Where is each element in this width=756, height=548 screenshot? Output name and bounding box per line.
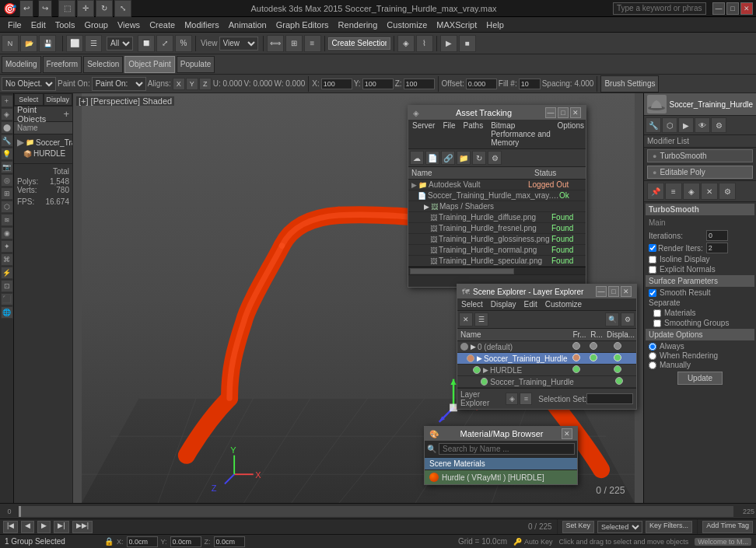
scale-icon[interactable]: ⤡ (114, 0, 131, 17)
ls-icon-4[interactable]: 🔧 (1, 134, 13, 147)
rp-icon-motion[interactable]: ▶ (678, 117, 694, 133)
close-btn[interactable]: ✕ (740, 2, 753, 15)
tab-selection[interactable]: Selection (83, 56, 123, 73)
tab-populate[interactable]: Populate (177, 56, 215, 73)
ls-icon-11[interactable]: ◉ (1, 227, 13, 239)
filter-btn[interactable]: ☰ (85, 35, 102, 52)
snap-toggle[interactable]: 🔲 (138, 35, 155, 52)
stop-btn[interactable]: ■ (459, 35, 476, 52)
mat-panel-titlebar[interactable]: 🎨 Material/Map Browser ✕ (425, 427, 577, 441)
rp-remove-btn[interactable]: ✕ (701, 183, 718, 200)
rp-icon-display[interactable]: 👁 (695, 117, 710, 133)
filter-select[interactable]: All (107, 37, 133, 51)
modifier-editable-poly[interactable]: ● Editable Poly (647, 166, 753, 179)
mat-close-btn[interactable]: ✕ (562, 428, 572, 439)
scene-minimize-btn[interactable]: — (596, 286, 607, 297)
offset-input[interactable] (466, 79, 497, 89)
coord-y-input[interactable] (170, 536, 201, 547)
menu-graph-editors[interactable]: Graph Editors (271, 20, 334, 30)
se-row-default[interactable]: ▶ 0 (default) (457, 341, 636, 353)
percent-snap[interactable]: % (175, 35, 192, 52)
scene-maximize-btn[interactable]: □ (608, 286, 619, 297)
asset-menu-file[interactable]: File (439, 120, 459, 148)
rp-unique-btn[interactable]: ◈ (683, 183, 700, 200)
ts-update-btn[interactable]: Update (677, 372, 723, 385)
play-btn[interactable]: ▶ (37, 521, 51, 533)
asset-menu-bitmap[interactable]: Bitmap Performance and Memory (487, 120, 555, 148)
ls-icon-15[interactable]: ⊡ (1, 280, 13, 292)
ls-icon-6[interactable]: 📷 (1, 161, 13, 173)
se-btn-3[interactable]: 🔍 (605, 312, 619, 326)
mat-item[interactable]: Hurdle ( VRayMtl ) [HURDLE] (425, 470, 577, 484)
menu-help[interactable]: Help (481, 20, 509, 30)
at-row-glossiness[interactable]: 🖼 Training_Hurdle_glossiness.png Found (408, 234, 586, 245)
view-select[interactable]: View (219, 37, 258, 51)
layer-root[interactable]: ▶ 📁 Soccer_Trai... (14, 136, 72, 148)
open-btn[interactable]: 📂 (20, 35, 37, 52)
x-input[interactable] (321, 79, 352, 89)
fill-input[interactable] (519, 79, 541, 89)
se-btn-4[interactable]: ⚙ (621, 312, 635, 326)
asset-scrollbar[interactable] (408, 267, 586, 274)
timeline-track[interactable] (19, 506, 733, 517)
minimize-btn[interactable]: — (712, 2, 725, 15)
ts-smoothgroups-cb[interactable] (653, 319, 661, 327)
scene-panel-titlebar[interactable]: 🗺 Scene Explorer - Layer Explorer — □ ✕ (457, 284, 636, 298)
at-btn-6[interactable]: ⚙ (488, 151, 502, 165)
align-x[interactable]: X (173, 78, 185, 90)
se-btn-1[interactable]: ✕ (459, 312, 473, 326)
asset-close-btn[interactable]: ✕ (570, 107, 581, 118)
ts-isoline-cb[interactable] (649, 256, 656, 264)
viewport-area[interactable]: [+] [Perspective] Shaded (73, 93, 643, 503)
at-row-maps[interactable]: ▶ 🖼 Maps / Shaders (408, 201, 586, 212)
align-y[interactable]: Y (186, 78, 198, 90)
goto-end-btn[interactable]: ▶▶| (72, 521, 93, 533)
asset-maximize-btn[interactable]: □ (558, 107, 569, 118)
scene-menu-customize[interactable]: Customize (541, 298, 586, 310)
menu-customize[interactable]: Customize (382, 20, 432, 30)
scene-menu-edit[interactable]: Edit (520, 298, 541, 310)
se-footer-btn1[interactable]: ◈ (506, 393, 518, 405)
at-row-max[interactable]: 📄 Soccer_Training_Hurdle_max_vray.max Ok (408, 190, 586, 201)
search-input[interactable] (613, 2, 706, 15)
tab-modeling[interactable]: Modeling (2, 56, 41, 73)
rp-icon-hierarchy[interactable]: ⬡ (662, 117, 677, 133)
menu-group[interactable]: Group (79, 20, 113, 30)
se-footer-btn2[interactable]: ≡ (520, 393, 532, 405)
ls-icon-16[interactable]: ⬛ (1, 293, 13, 305)
rp-config-btn[interactable]: ⚙ (719, 183, 736, 200)
asset-menu-paths[interactable]: Paths (460, 120, 488, 148)
ls-icon-1[interactable]: + (1, 95, 13, 107)
ls-icon-2[interactable]: ◈ (1, 108, 13, 120)
no-object-select[interactable]: No Object... (2, 77, 56, 91)
point-objects-plus[interactable]: + (63, 108, 69, 120)
align-z[interactable]: Z (199, 78, 212, 90)
at-btn-3[interactable]: 🔗 (441, 151, 455, 165)
asset-menu-options[interactable]: Options (556, 120, 586, 148)
play-btn[interactable]: ▶ (440, 35, 457, 52)
menu-animation[interactable]: Animation (224, 20, 271, 30)
mat-search-input[interactable] (439, 443, 575, 455)
angle-snap[interactable]: ⤢ (156, 35, 173, 52)
key-mode-btn[interactable]: Set Key (562, 521, 595, 533)
menu-create[interactable]: Create (145, 20, 180, 30)
ls-icon-10[interactable]: ≋ (1, 214, 13, 226)
ls-icon-12[interactable]: ✦ (1, 240, 13, 253)
ts-smooth-cb[interactable] (649, 289, 656, 297)
menu-rendering[interactable]: Rendering (334, 20, 383, 30)
coord-x-input[interactable] (127, 536, 158, 547)
asset-minimize-btn[interactable]: — (545, 107, 556, 118)
y-input[interactable] (362, 79, 394, 89)
at-row-fresnel[interactable]: 🖼 Training_Hurdle_fresnel.png Found (408, 223, 586, 234)
asset-menu-server[interactable]: Server (408, 120, 439, 148)
ts-iterations-input[interactable] (706, 230, 728, 241)
ls-icon-8[interactable]: ⊞ (1, 187, 13, 200)
layer-btn[interactable]: ≡ (304, 35, 321, 52)
prev-frame-btn[interactable]: ◀ (21, 521, 34, 533)
ls-icon-14[interactable]: ⚡ (1, 267, 13, 279)
at-row-normal[interactable]: 🖼 Training_Hurdle_normal.png Found (408, 245, 586, 256)
at-btn-4[interactable]: 📁 (457, 151, 471, 165)
se-row-hurdle[interactable]: ▶ HURDLE (457, 365, 636, 376)
ts-renderiters-input[interactable] (706, 243, 728, 253)
redo-btn[interactable]: ↪ (38, 0, 52, 17)
